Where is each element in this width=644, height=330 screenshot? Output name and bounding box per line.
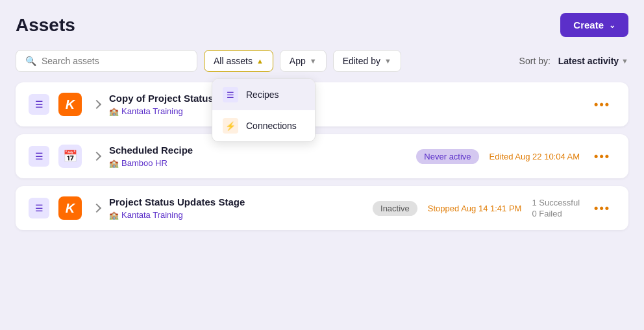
- status-badge: Never active: [416, 149, 478, 164]
- toolbar: 🔍 All assets ▲ App ▼ Edited by ▼ Sort by…: [16, 50, 628, 72]
- sort-caret-icon: ▼: [621, 57, 628, 65]
- asset-info: Scheduled Recipe 🏫 Bamboo HR: [109, 145, 407, 168]
- search-input[interactable]: [42, 56, 188, 66]
- asset-success-stats: 1 Successful 0 Failed: [532, 198, 580, 218]
- assets-list: ☰ K Copy of Project Status Updates Sta… …: [16, 82, 628, 230]
- asset-stats: Stopped Aug 14 1:41 PM: [428, 204, 522, 213]
- sort-control[interactable]: Sort by: Latest activity ▼: [519, 56, 628, 66]
- asset-more-button[interactable]: •••: [589, 200, 615, 217]
- asset-workspace: 🏫 Kantata Training: [109, 210, 364, 220]
- asset-info: Project Status Updates Stage 🏫 Kantata T…: [109, 196, 364, 220]
- create-chevron-icon: ⌄: [609, 21, 615, 30]
- all-assets-filter-button[interactable]: All assets ▲: [204, 50, 273, 72]
- dropdown-item-connections[interactable]: ⚡ Connections: [212, 110, 315, 141]
- asset-meta: Never active Edited Aug 22 10:04 AM: [416, 149, 580, 164]
- connections-icon: ⚡: [223, 118, 238, 134]
- app-filter-button[interactable]: App ▼: [280, 50, 327, 72]
- create-button[interactable]: Create ⌄: [560, 13, 628, 37]
- asset-card: ☰ 📅 Scheduled Recipe 🏫 Bamboo HR Never a…: [16, 134, 628, 178]
- asset-logo: 📅: [58, 145, 82, 168]
- asset-more-button[interactable]: •••: [589, 96, 615, 113]
- all-assets-dropdown: ☰ Recipes ⚡ Connections: [212, 78, 316, 142]
- recipe-icon: ☰: [223, 87, 238, 102]
- edited-by-caret-icon: ▼: [384, 57, 391, 65]
- asset-meta: Inactive Stopped Aug 14 1:41 PM 1 Succes…: [373, 198, 580, 218]
- workspace-icon: 🏫: [109, 159, 119, 168]
- asset-logo: K: [58, 196, 82, 220]
- asset-expand-arrow-icon: [92, 204, 101, 213]
- asset-logo: K: [58, 93, 82, 116]
- asset-workspace: 🏫 Bamboo HR: [109, 158, 407, 168]
- asset-info: Copy of Project Status Updates Sta… 🏫 Ka…: [109, 93, 580, 116]
- asset-expand-arrow-icon: [92, 100, 101, 109]
- search-box[interactable]: 🔍: [16, 50, 197, 72]
- asset-type-icon: ☰: [29, 198, 49, 218]
- dropdown-item-recipes[interactable]: ☰ Recipes: [212, 79, 315, 110]
- search-icon: 🔍: [25, 56, 36, 66]
- asset-more-button[interactable]: •••: [589, 148, 615, 165]
- workspace-icon: 🏫: [109, 107, 119, 116]
- asset-card: ☰ K Copy of Project Status Updates Sta… …: [16, 82, 628, 126]
- page-title: Assets: [16, 15, 75, 36]
- asset-type-icon: ☰: [29, 146, 49, 167]
- asset-type-icon: ☰: [29, 94, 49, 115]
- asset-date: Edited Aug 22 10:04 AM: [489, 152, 580, 161]
- asset-workspace: 🏫 Kantata Training: [109, 106, 580, 116]
- status-badge: Inactive: [373, 201, 417, 216]
- asset-date: Stopped Aug 14 1:41 PM: [428, 204, 522, 213]
- asset-card: ☰ K Project Status Updates Stage 🏫 Kanta…: [16, 186, 628, 230]
- all-assets-caret-icon: ▲: [256, 57, 264, 65]
- workspace-icon: 🏫: [109, 211, 119, 220]
- edited-by-filter-button[interactable]: Edited by ▼: [333, 50, 401, 72]
- asset-expand-arrow-icon: [92, 152, 101, 161]
- app-caret-icon: ▼: [310, 57, 317, 65]
